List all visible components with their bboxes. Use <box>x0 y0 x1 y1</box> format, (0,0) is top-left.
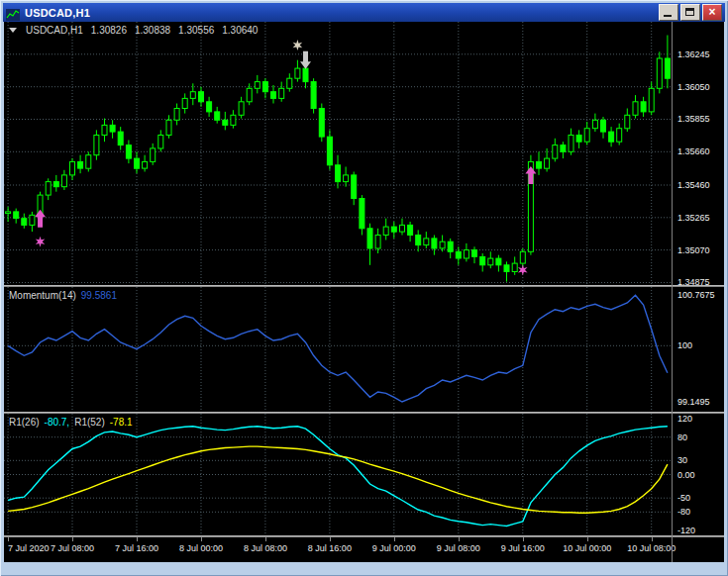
price-scale-label: 120 <box>677 414 692 424</box>
price-scale-separator <box>672 22 673 562</box>
percent-r-panel[interactable]: R1(26) -80.7, R1(52) -78.1 12080300.00-5… <box>4 414 724 535</box>
candle-body <box>287 78 292 88</box>
candle-body <box>295 68 300 78</box>
candle-body <box>553 145 558 159</box>
chart-menu-triangle-icon[interactable] <box>9 28 17 33</box>
candle-body <box>391 227 396 232</box>
candle-body <box>375 236 380 249</box>
price-scale-label: 100.7675 <box>677 290 715 300</box>
candle-body <box>327 137 332 165</box>
price-scale-label: 1.35265 <box>677 213 710 223</box>
price-scale-label: 1.36050 <box>677 82 710 92</box>
buy-signal-arrow-1-icon <box>35 210 46 228</box>
chart-window-icon <box>6 7 20 19</box>
candle-body <box>174 109 179 121</box>
candle-body <box>408 225 413 235</box>
candle-body <box>383 227 388 235</box>
time-axis[interactable]: 7 Jul 20207 Jul 08:007 Jul 16:008 Jul 00… <box>4 537 724 562</box>
candle-body <box>110 125 115 132</box>
chart-window: USDCAD,H1 × USDCAD,H1 1.30826 1.30838 1.… <box>0 0 728 576</box>
candle-body <box>231 115 236 125</box>
indicator-line-Momentum <box>8 295 668 402</box>
time-tick <box>523 537 524 541</box>
momentum-canvas[interactable] <box>4 287 672 412</box>
candle-body <box>255 82 260 89</box>
price-chart-canvas[interactable] <box>4 22 672 285</box>
candle-body <box>86 155 91 169</box>
window-titlebar[interactable]: USDCAD,H1 × <box>3 3 725 22</box>
percent-r-canvas[interactable] <box>4 414 672 535</box>
window-title: USDCAD,H1 <box>25 7 90 19</box>
candle-body <box>271 92 276 99</box>
candle-body <box>166 120 171 135</box>
candle-body <box>102 125 107 135</box>
time-label: 8 Jul 08:00 <box>244 543 287 553</box>
time-tick <box>72 537 73 541</box>
time-label: 8 Jul 00:00 <box>179 543 223 553</box>
candle-body <box>70 161 75 175</box>
price-scale-label: 1.36245 <box>677 49 710 59</box>
r1-26-value: -80.7, <box>45 417 70 428</box>
candle-body <box>480 256 485 264</box>
buy-signal-star-1-icon <box>36 237 46 247</box>
candle-body <box>456 251 461 258</box>
candle-body <box>311 82 316 109</box>
r1-52-name: R1(52) <box>74 417 105 428</box>
price-scale-label: 1.35660 <box>677 146 710 156</box>
candle-body <box>61 175 66 187</box>
candle-body <box>665 58 670 78</box>
buy-signal-star-2-icon <box>518 264 528 275</box>
candle-body <box>400 225 405 232</box>
minimize-button[interactable] <box>659 4 678 21</box>
close-button[interactable]: × <box>702 4 722 21</box>
candle-body <box>303 68 308 82</box>
candle-body <box>561 145 566 152</box>
candle-body <box>472 250 477 257</box>
time-label: 9 Jul 16:00 <box>501 543 545 553</box>
candle-body <box>657 58 662 88</box>
candle-body <box>592 120 597 128</box>
time-label: 10 Jul 00:00 <box>563 543 611 553</box>
candle-body <box>319 109 324 138</box>
time-tick <box>330 537 331 541</box>
candle-body <box>6 212 11 214</box>
price-scale-label: 1.35070 <box>677 245 710 255</box>
candle-body <box>223 120 228 125</box>
candle-body <box>207 102 212 112</box>
candle-body <box>512 263 517 271</box>
candle-body <box>199 92 204 102</box>
time-label: 9 Jul 00:00 <box>372 543 416 553</box>
price-chart-panel[interactable]: USDCAD,H1 1.30826 1.30838 1.30556 1.3064… <box>4 22 724 285</box>
price-scale-label: -120 <box>677 526 695 535</box>
candle-body <box>158 136 163 149</box>
candle-body <box>182 98 187 108</box>
price-scale-label: 100 <box>677 340 692 350</box>
candle-body <box>609 132 614 142</box>
percent-r-label: R1(26) -80.7, R1(52) -78.1 <box>9 417 133 428</box>
chart-client-area: USDCAD,H1 1.30826 1.30838 1.30556 1.3064… <box>4 22 724 562</box>
momentum-panel[interactable]: Momentum(14) 99.5861 100.767510099.1495 <box>4 287 724 412</box>
candle-body <box>625 115 630 129</box>
window-controls: × <box>659 4 722 21</box>
r1-26-name: R1(26) <box>9 417 40 428</box>
time-label: 8 Jul 16:00 <box>308 543 352 553</box>
time-tick <box>587 537 588 541</box>
r1-52-value: -78.1 <box>110 417 133 428</box>
candle-body <box>118 132 123 145</box>
candle-body <box>94 136 99 155</box>
symbol-period-label: USDCAD,H1 <box>26 25 83 36</box>
time-tick <box>201 537 202 541</box>
sell-signal-star-icon <box>293 40 303 50</box>
price-scale-label: -50 <box>677 493 690 503</box>
price-scale-label: 99.1495 <box>677 397 710 407</box>
candle-body <box>53 182 58 187</box>
candle-body <box>135 158 140 168</box>
candle-body <box>151 148 156 162</box>
candle-body <box>143 161 148 168</box>
restore-button[interactable] <box>680 4 700 21</box>
price-scale-label: 1.35460 <box>677 180 710 190</box>
candle-body <box>344 175 349 182</box>
candle-body <box>649 88 654 112</box>
candle-body <box>617 129 622 143</box>
open-value: 1.30826 <box>91 25 127 36</box>
